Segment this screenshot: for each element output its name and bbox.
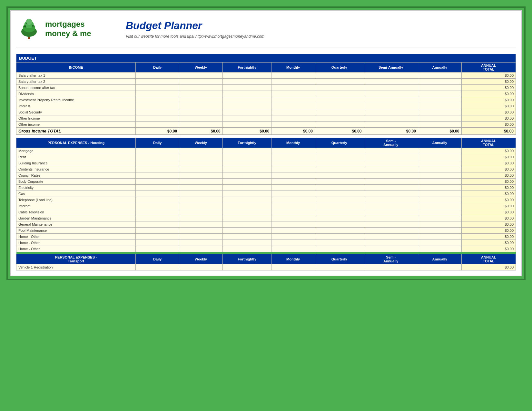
brand-text: mortgages money & me [45,20,91,38]
row-label: Building Insurance [16,160,136,166]
svg-point-7 [26,23,27,24]
gross-total-annual-total: $0.00 [461,128,516,135]
logo-area: mortgages money & me [16,16,113,42]
table-row: Other income $0.00 [16,122,516,128]
outer-border: mortgages money & me Budget Planner Visi… [6,6,526,280]
spacer [16,252,516,254]
transport-section-label: PERSONAL EXPENSES -Transport [16,254,136,264]
gross-income-total-row: Gross Income TOTAL $0.00 $0.00 $0.00 $0.… [16,128,516,135]
table-row: Investment Property Rental Income $0.00 [16,97,516,103]
table-row: Home - Other $0.00 [16,234,516,240]
housing-col-annual-total: ANNUALTOTAL [461,138,516,148]
table-row: Bonus Income after tax $0.00 [16,85,516,91]
table-row: Interest $0.00 [16,103,516,109]
header-right: Budget Planner Visit our website for mor… [113,20,516,39]
svg-point-6 [32,25,34,27]
row-label: Dividends [16,91,136,97]
cell-monthly[interactable] [271,73,315,79]
housing-col-weekly: Weekly [179,138,223,148]
table-row: Rent $0.00 [16,154,516,160]
col-monthly: Monthly [271,63,315,73]
svg-point-5 [24,25,26,27]
cell-weekly[interactable] [179,73,223,79]
page-title: Budget Planner [126,20,516,32]
row-label: Mortgage [16,148,136,154]
table-row: Other Income $0.00 [16,115,516,122]
housing-col-daily: Daily [136,138,179,148]
transport-col-annual-total: ANNUALTOTAL [461,254,516,264]
col-weekly: Weekly [179,63,223,73]
transport-col-header-row: PERSONAL EXPENSES -Transport Daily Weekl… [16,254,516,264]
row-label: Pool Maintenance [16,228,136,234]
gross-total-monthly: $0.00 [271,128,315,135]
cell-quarterly[interactable] [315,73,364,79]
table-row: Internet $0.00 [16,203,516,209]
housing-col-fortnightly: Fortnightly [222,138,271,148]
row-label: Internet [16,203,136,209]
table-row: Dividends $0.00 [16,91,516,97]
transport-col-quarterly: Quarterly [315,254,364,264]
spacer [16,135,516,138]
table-row: Salary after tax 2 $0.00 [16,79,516,85]
budget-section-header: BUDGET [16,54,516,63]
row-label: Bonus Income after tax [16,85,136,91]
row-label: Salary after tax 2 [16,79,136,85]
row-label: Telephone (Land line) [16,197,136,203]
table-row: Social Security $0.00 [16,109,516,115]
cell-fortnightly[interactable] [222,73,271,79]
row-label: Interest [16,103,136,109]
col-daily: Daily [136,63,179,73]
row-label: Gas [16,191,136,197]
row-label: Investment Property Rental Income [16,97,136,103]
row-label: Garden Maintenance [16,215,136,221]
logo-icon [16,16,42,42]
table-row: Body Corporate $0.00 [16,179,516,185]
gross-total-weekly: $0.00 [179,128,223,135]
cell-annually[interactable] [418,73,461,79]
table-row: Building Insurance $0.00 [16,160,516,166]
website-subtitle: Visit our website for more tools and tip… [126,34,516,39]
transport-col-annually: Annually [418,254,461,264]
cell-daily[interactable] [136,73,179,79]
header: mortgages money & me Budget Planner Visi… [16,16,516,47]
row-label: Home - Other [16,240,136,246]
row-label: Rent [16,154,136,160]
budget-label: BUDGET [16,54,516,63]
cell-semi-annually[interactable] [364,73,418,79]
table-row: Pool Maintenance $0.00 [16,228,516,234]
table-row: Garden Maintenance $0.00 [16,215,516,221]
gross-total-label: Gross Income TOTAL [16,128,136,135]
transport-col-semi: Semi-Annually [364,254,418,264]
housing-col-annually: Annually [418,138,461,148]
row-label: Social Security [16,109,136,115]
housing-col-monthly: Monthly [271,138,315,148]
brand-line1: mortgages [45,20,85,28]
gross-total-semi: $0.00 [364,128,418,135]
row-label: Body Corporate [16,179,136,185]
table-row: Electricity $0.00 [16,185,516,191]
row-label: General Maintenance [16,221,136,228]
table-row: Home - Other $0.00 [16,246,516,252]
table-row: Vehicle 1 Registration $0.00 [16,264,516,270]
row-label: Cable Television [16,209,136,215]
row-label: Contents Insurance [16,166,136,172]
cell-annual-total: $0.00 [461,73,516,79]
housing-section-label: PERSONAL EXPENSES - Housing [16,138,136,148]
row-label: Salary after tax 1 [16,73,136,79]
transport-col-fortnightly: Fortnightly [222,254,271,264]
row-label: Electricity [16,185,136,191]
housing-col-semi: Semi-Annually [364,138,418,148]
table-row: Contents Insurance $0.00 [16,166,516,172]
housing-col-quarterly: Quarterly [315,138,364,148]
table-row: Telephone (Land line) $0.00 [16,197,516,203]
inner-container: mortgages money & me Budget Planner Visi… [10,10,522,276]
gross-total-fortnightly: $0.00 [222,128,271,135]
col-annual-total: ANNUALTOTAL [461,63,516,73]
table-row: Council Rates $0.00 [16,172,516,179]
gross-total-quarterly: $0.00 [315,128,364,135]
col-annually: Annually [418,63,461,73]
table-row: Mortgage $0.00 [16,148,516,154]
row-label: Vehicle 1 Registration [16,264,136,270]
transport-col-daily: Daily [136,254,179,264]
row-label: Home - Other [16,234,136,240]
